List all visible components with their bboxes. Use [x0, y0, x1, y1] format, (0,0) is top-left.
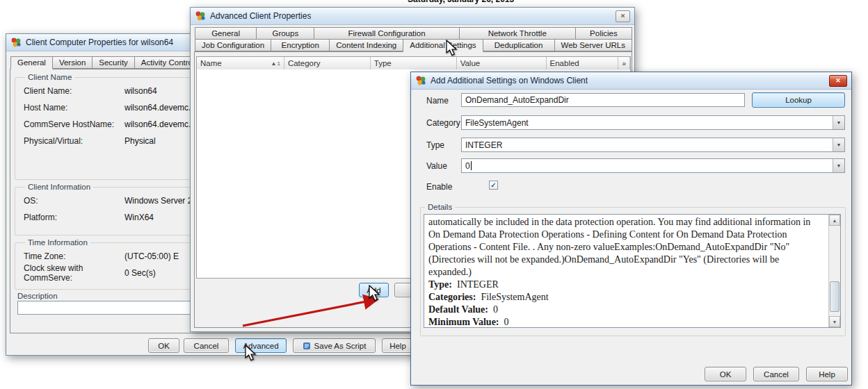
app-icon: [10, 37, 22, 48]
tab-version[interactable]: Version: [52, 56, 93, 69]
column-label: Type: [374, 59, 392, 67]
field-label: CommServe HostName:: [24, 119, 124, 129]
dialog-title: Client Computer Properties for wilson64: [26, 38, 173, 47]
column-header-name[interactable]: Name ▲1: [197, 57, 284, 69]
column-label: Category: [288, 59, 321, 67]
ok-button[interactable]: OK: [148, 338, 179, 353]
tab-general[interactable]: General: [10, 56, 53, 69]
detail-prop-label: Minimum Value:: [428, 317, 499, 327]
field-label: Client Name:: [24, 86, 124, 96]
field-value: 0 Sec(s): [124, 268, 156, 278]
column-header-value[interactable]: Value: [457, 57, 547, 69]
column-header-enabled[interactable]: Enabled: [547, 57, 619, 69]
type-value: INTEGER: [465, 140, 502, 150]
column-label: Name: [200, 59, 222, 67]
name-input[interactable]: OnDemand_AutoExpandDir: [461, 93, 745, 107]
type-combobox[interactable]: INTEGER ▼: [461, 138, 845, 152]
tab-encryption[interactable]: Encryption: [271, 39, 330, 51]
category-label: Category: [426, 118, 460, 128]
cancel-button[interactable]: Cancel: [184, 338, 229, 353]
field-label: Physical/Virtual:: [24, 136, 124, 146]
field-label: Host Name:: [24, 103, 124, 113]
name-label: Name: [426, 96, 449, 106]
field-value: wilson64.devemc.c: [124, 119, 195, 129]
tab-deduplication[interactable]: Deduplication: [483, 39, 555, 51]
detail-prop-value: 0: [493, 304, 498, 315]
help-button[interactable]: Help: [382, 338, 414, 353]
cancel-button[interactable]: Cancel: [753, 367, 799, 381]
value-value: 0: [465, 161, 470, 171]
script-icon: [303, 342, 311, 350]
category-value: FileSystemAgent: [465, 118, 529, 128]
chevron-down-icon[interactable]: ▼: [833, 116, 844, 129]
tab-network-throttle[interactable]: Network Throttle: [459, 27, 576, 40]
details-scrollbar[interactable]: ▲ ▼: [828, 215, 840, 327]
column-header-category[interactable]: Category: [284, 57, 371, 69]
detail-prop-value: FileSystemAgent: [481, 292, 548, 302]
description-label: Description: [17, 292, 58, 300]
close-icon[interactable]: ✕: [616, 10, 630, 22]
type-label: Type: [426, 140, 444, 150]
desktop-datetime: Saturday, January 26, 2013: [408, 0, 514, 4]
scroll-down-icon[interactable]: ▼: [829, 316, 840, 327]
sort-ascending-icon: ▲: [271, 60, 277, 67]
tab-job-configuration[interactable]: Job Configuration: [195, 39, 271, 51]
detail-prop-value: 0: [504, 317, 509, 327]
field-label: Clock skew with CommServe:: [24, 263, 124, 283]
enable-checkbox[interactable]: ✓: [489, 181, 498, 190]
details-group: Details automatically be included in the…: [420, 203, 846, 336]
value-label: Value: [426, 161, 447, 171]
mouse-cursor: [369, 285, 381, 302]
tab-groups[interactable]: Groups: [256, 27, 314, 40]
mouse-cursor: [446, 40, 458, 57]
details-textarea: automatically be included in the data pr…: [424, 214, 841, 328]
tab-web-server-urls[interactable]: Web Server URLs: [554, 39, 632, 51]
app-icon: [415, 75, 426, 86]
field-label: Platform:: [24, 213, 124, 222]
close-icon[interactable]: ✕: [829, 75, 847, 87]
detail-prop-label: Categories:: [428, 292, 476, 302]
detail-prop-value: INTEGER: [457, 279, 499, 290]
check-icon: ✓: [490, 181, 496, 189]
group-title: Time Information: [25, 238, 90, 247]
column-header-type[interactable]: Type: [371, 57, 457, 69]
group-title: Client Information: [25, 183, 93, 191]
chevron-down-icon[interactable]: ▼: [833, 138, 844, 151]
sort-order-badge: 1: [277, 60, 280, 67]
field-value: Physical: [124, 136, 156, 146]
tab-additional-settings[interactable]: Additional Settings: [403, 39, 483, 52]
add-settings-titlebar[interactable]: Add Additional Settings on Windows Clien…: [411, 72, 851, 90]
save-as-script-button[interactable]: Save As Script: [293, 338, 376, 353]
chevron-down-icon[interactable]: ▼: [833, 159, 844, 172]
detail-prop-label: Default Value:: [428, 304, 488, 315]
enable-label: Enable: [426, 182, 452, 192]
lookup-button[interactable]: Lookup: [752, 92, 845, 108]
details-paragraph: automatically be included in the data pr…: [428, 216, 823, 279]
tab-policies[interactable]: Policies: [575, 27, 632, 40]
category-combobox[interactable]: FileSystemAgent ▼: [461, 115, 845, 130]
advanced-properties-titlebar[interactable]: Advanced Client Properties ✕: [191, 8, 634, 25]
tab-general[interactable]: General: [195, 27, 257, 40]
detail-prop-label: Type:: [428, 279, 452, 290]
dialog-title: Advanced Client Properties: [210, 11, 311, 21]
tab-content-indexing[interactable]: Content Indexing: [329, 39, 403, 51]
value-combobox[interactable]: 0 ▼: [461, 158, 845, 173]
scroll-up-icon[interactable]: ▲: [829, 215, 840, 226]
column-label: Value: [460, 59, 481, 67]
field-value: WinX64: [124, 213, 154, 222]
column-label: Enabled: [550, 59, 579, 67]
scrollbar-thumb[interactable]: [830, 281, 839, 312]
tab-security[interactable]: Security: [92, 56, 135, 69]
field-value: (UTC-05:00) E: [124, 251, 179, 261]
column-chooser-icon[interactable]: »: [618, 57, 630, 69]
help-button[interactable]: Help: [806, 367, 848, 381]
tab-firewall-configuration[interactable]: Firewall Configuration: [314, 27, 459, 40]
save-as-script-label: Save As Script: [314, 342, 367, 350]
field-label: OS:: [24, 196, 124, 206]
text-caret: [471, 161, 472, 170]
details-label: Details: [425, 203, 455, 211]
advanced-button[interactable]: Advanced: [235, 338, 287, 353]
field-label: Time Zone:: [24, 251, 124, 261]
ok-button[interactable]: OK: [705, 367, 746, 381]
add-additional-settings-dialog: Add Additional Settings on Windows Clien…: [410, 72, 852, 386]
